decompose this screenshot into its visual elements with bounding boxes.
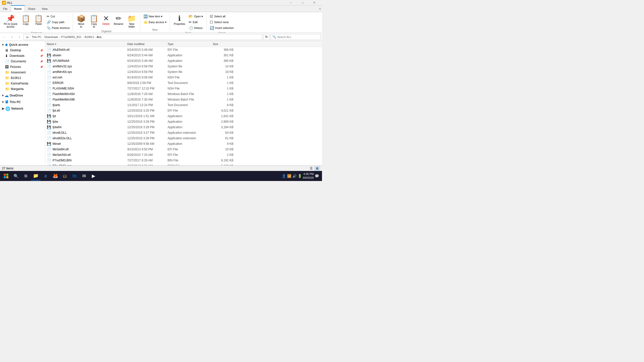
cut-button[interactable]: ✂ Cut	[45, 14, 71, 19]
table-row[interactable]: 💾 fptw 12/25/2016 3:28 PM Application 2,…	[45, 119, 322, 124]
breadcrumb-p7xx[interactable]: P7xxDM3G_B11	[61, 35, 82, 38]
notification-icon[interactable]: 💬	[315, 174, 319, 178]
start-button[interactable]	[1, 171, 11, 180]
sidebar-this-pc-header[interactable]: ▾ 🖥 This PC	[0, 99, 45, 105]
karinapanda-label: KarinaPanda	[11, 82, 28, 85]
table-row[interactable]: 📄 amifldrv64.sys 12/4/2014 6:58 PM Syste…	[45, 69, 322, 75]
table-row[interactable]: 📄 P7xxDM3.rom 7/27/2017 8:26 AM ROM File…	[45, 163, 322, 165]
table-row[interactable]: 📄 fparts 1/1/2017 12:24 PM Text Document…	[45, 102, 322, 108]
ribbon-collapse-btn[interactable]: ∧	[319, 7, 321, 10]
sidebar-item-assesment[interactable]: 📁 Assesment	[0, 70, 45, 75]
open-label: Open ▾	[194, 15, 203, 18]
table-row[interactable]: 💾 fptw64 12/25/2016 3:28 PM Application …	[45, 124, 322, 130]
address-bar[interactable]: 🗂 › This PC › Downloads › P7xxDM3G_B11 ›…	[24, 34, 262, 40]
select-all-button[interactable]: ☑ Select all	[209, 14, 235, 19]
refresh-button[interactable]: ↻	[263, 34, 270, 40]
column-header-date[interactable]: Date modified	[126, 41, 166, 47]
sidebar-quick-access-header[interactable]: ▾ ★ Quick access	[0, 42, 45, 48]
sidebar-item-margarita[interactable]: 📁 Margarita	[0, 86, 45, 92]
file-type: Windows Batch File	[166, 92, 211, 96]
table-row[interactable]: 💾 afuwin 6/24/2015 5:44 AM Application 3…	[45, 53, 322, 58]
delete-button[interactable]: ✕ Delete	[101, 14, 111, 26]
sidebar-item-b10611[interactable]: 📁 B10611	[0, 75, 45, 81]
open-button[interactable]: 📂 Open ▾	[187, 14, 204, 19]
tab-file[interactable]: File	[0, 6, 11, 12]
search-input[interactable]	[277, 35, 319, 38]
table-row[interactable]: 📄 fpt.efi 12/25/2016 3:25 PM EFI File 4,…	[45, 108, 322, 113]
tab-view[interactable]: View	[39, 6, 51, 12]
minimize-button[interactable]: ─	[285, 0, 297, 6]
view-details-button[interactable]: ☰	[308, 166, 314, 171]
move-to-button[interactable]: 📦 Moveto	[75, 14, 87, 29]
forward-button[interactable]: →	[9, 34, 15, 40]
rename-button[interactable]: ✏ Rename	[112, 14, 125, 26]
sidebar-network-header[interactable]: ▶ 🌐 Network	[0, 106, 45, 111]
edge-button[interactable]: e	[41, 171, 50, 180]
sidebar-item-downloads[interactable]: ⬇ Downloads 📌	[0, 53, 45, 59]
table-row[interactable]: 📄 idrvdll.DLL 12/25/2016 3:27 PM Applica…	[45, 130, 322, 135]
breadcrumb-downloads[interactable]: Downloads	[44, 35, 58, 38]
file-size: 1,641 KB	[211, 114, 236, 118]
sidebar-item-karinapanda[interactable]: 📁 KarinaPanda	[0, 81, 45, 86]
table-row[interactable]: 📄 idrvdll32e.DLL 12/25/2016 3:28 PM Appl…	[45, 135, 322, 141]
select-none-button[interactable]: ☐ Select none	[209, 19, 235, 25]
search-bar[interactable]: 🔍	[271, 34, 321, 40]
volume-icon[interactable]: 🔊	[292, 174, 297, 178]
new-item-button[interactable]: 🆕 New item ▾	[142, 14, 168, 19]
paste-shortcut-button[interactable]: 📎 Paste shortcut	[45, 25, 71, 31]
column-header-type[interactable]: Type	[166, 41, 211, 47]
sidebar-onedrive-header[interactable]: ▾ ☁ OneDrive	[0, 93, 45, 98]
table-row[interactable]: 📄 P7xxDM3.BIN 7/27/2017 8:26 AM BIN File…	[45, 158, 322, 163]
tab-share[interactable]: Share	[25, 6, 38, 12]
sidebar-item-documents[interactable]: 📄 Documents 📌	[0, 59, 45, 64]
breadcrumb-root[interactable]: 🗂	[25, 35, 29, 38]
maximize-button[interactable]: □	[297, 0, 308, 6]
network-taskbar-icon[interactable]: 📶	[287, 174, 291, 178]
app-button[interactable]: ▶	[89, 171, 98, 180]
table-row[interactable]: 💾 AFUWINx64 6/24/2015 5:48 AM Applicatio…	[45, 58, 322, 64]
table-row[interactable]: 📄 FlashMeWinX64 11/8/2016 7:29 AM Window…	[45, 91, 322, 97]
edit-button[interactable]: ✏ Edit	[187, 19, 204, 25]
file-explorer-taskbar[interactable]: 📁	[31, 171, 41, 180]
table-row[interactable]: 📄 MeSet64.efi 9/13/2013 4:50 PM EFI File…	[45, 147, 322, 152]
paste-button[interactable]: 📋 Paste	[32, 14, 45, 26]
table-row[interactable]: 📄 ERROR 8/9/2018 2:58 PM Text Document 1…	[45, 80, 322, 86]
taskbar-clock[interactable]: 4:06 PM 8/9/2018	[303, 172, 314, 180]
properties-button[interactable]: ℹ Properties	[172, 14, 187, 26]
sidebar-item-desktop[interactable]: 🖥 Desktop 📌	[0, 48, 45, 53]
sidebar-item-pictures[interactable]: 🖼 Pictures 📌	[0, 64, 45, 70]
pin-to-quick-access-button[interactable]: 📌 Pin to Quickaccess	[2, 14, 19, 29]
column-header-name[interactable]: Name ▲	[45, 41, 126, 47]
close-button[interactable]: ✕	[308, 0, 320, 6]
table-row[interactable]: 📄 eol.nsh 8/14/2015 9:08 AM NSH File 1 K…	[45, 75, 322, 80]
up-button[interactable]: ↑	[16, 34, 23, 40]
search-taskbar-button[interactable]: 🔍	[12, 171, 21, 180]
copy-to-button[interactable]: 📋 Copyto	[88, 14, 100, 29]
copy-button[interactable]: 📋 Copy	[20, 14, 32, 26]
battery-icon[interactable]: 🔋	[298, 174, 302, 178]
people-icon[interactable]: 👤	[282, 174, 286, 178]
table-row[interactable]: 📄 amifldrv32.sys 12/4/2014 6:58 PM Syste…	[45, 64, 322, 69]
table-row[interactable]: 📄 FLASHME.NSH 7/27/2017 12:10 PM NSH Fil…	[45, 86, 322, 91]
table-row[interactable]: 💾 Meset 12/25/2009 9:58 AM Application 9…	[45, 141, 322, 147]
invert-selection-button[interactable]: 🔃 Invert selection	[209, 25, 235, 31]
tab-home[interactable]: Home	[11, 5, 25, 12]
mail-button[interactable]: ✉	[79, 171, 89, 180]
back-button[interactable]: ←	[1, 34, 8, 40]
table-row[interactable]: 💾 fpt 10/11/2016 1:51 AM Application 1,6…	[45, 113, 322, 119]
history-button[interactable]: 🕐 History	[187, 25, 204, 31]
easy-access-button[interactable]: ⭐ Easy access ▾	[142, 19, 168, 25]
explorer-btn2[interactable]: 🗂	[60, 171, 69, 180]
store-button[interactable]: 🛍	[70, 171, 79, 180]
task-view-button[interactable]: ⧉	[21, 171, 30, 180]
column-header-size[interactable]: Size	[211, 41, 236, 47]
table-row[interactable]: 📄 FlashMeWinX86 11/8/2016 7:30 AM Window…	[45, 97, 322, 102]
table-row[interactable]: 📄 MeSetX64.efi 6/26/2015 7:33 AM EFI Fil…	[45, 152, 322, 158]
copy-path-button[interactable]: 🔗 Copy path	[45, 19, 71, 25]
firefox-button[interactable]: 🦊	[51, 171, 60, 180]
breadcrumb-this-pc[interactable]: This PC	[31, 35, 42, 38]
new-folder-button[interactable]: 📁 Newfolder	[126, 14, 138, 29]
table-row[interactable]: 📄 AfuEfix64.efi 6/24/2015 5:49 AM EFI Fi…	[45, 47, 322, 53]
breadcrumb-b10611[interactable]: B10611	[84, 35, 95, 38]
view-tiles-button[interactable]: ⊞	[314, 166, 320, 171]
